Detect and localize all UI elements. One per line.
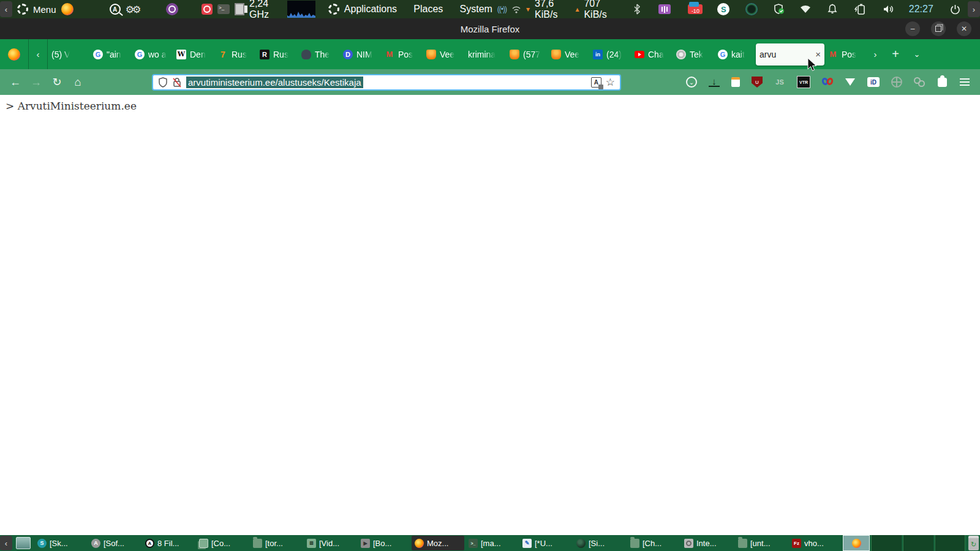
downloads-icon[interactable]: ↓ — [709, 77, 720, 87]
broadcast-icon[interactable]: ((•)) — [497, 2, 507, 16]
url-text-selected[interactable]: arvutiministeerium.ee/alustuseks/Kestika… — [186, 77, 363, 88]
taskbar-item[interactable]: ▧[Vid... — [304, 536, 356, 550]
distro-logo-icon[interactable] — [17, 4, 28, 15]
tab[interactable]: Gkait — [714, 43, 756, 66]
bluetooth-icon[interactable] — [633, 2, 641, 16]
panel-hide-left-button[interactable]: ‹ — [0, 1, 12, 17]
forward-button[interactable]: → — [26, 76, 47, 89]
tab[interactable]: RRus — [256, 43, 298, 66]
temperature-badge[interactable]: -10 — [688, 4, 703, 14]
tab[interactable]: Tek — [673, 43, 714, 66]
tab[interactable]: G"ain — [89, 43, 131, 66]
firefox-launcher-icon[interactable] — [61, 3, 74, 15]
bookmark-star-icon[interactable]: ☆ — [606, 76, 615, 89]
insecure-lock-icon[interactable] — [172, 77, 182, 88]
cpu-history-graph[interactable] — [287, 1, 315, 18]
ublock-origin-icon[interactable]: U — [752, 77, 763, 88]
taskbar-item-active[interactable]: Moz... — [412, 536, 464, 550]
equalizer-icon[interactable] — [658, 4, 671, 14]
tab[interactable]: (5) V — [48, 43, 89, 66]
panel-expand-right-button[interactable]: › — [968, 1, 980, 17]
taskbar-item[interactable]: [Ch... — [627, 536, 680, 550]
taskbar-item[interactable]: ▶[Bo... — [358, 536, 410, 550]
tab[interactable]: Gwo a — [131, 43, 173, 66]
taskbar-item[interactable]: ✎[*U... — [519, 536, 572, 550]
power-icon[interactable] — [950, 2, 960, 16]
scroll-tabs-right-button[interactable]: › — [866, 49, 884, 59]
camera-lens-icon[interactable] — [745, 3, 758, 15]
tab[interactable]: DNIM — [339, 43, 381, 66]
battery-icon[interactable] — [854, 2, 867, 16]
taskbar-item[interactable]: [Co... — [196, 536, 249, 550]
wifi-signal-icon[interactable] — [511, 2, 521, 16]
scroll-tabs-left-button[interactable]: ‹ — [29, 49, 47, 59]
notes-icon[interactable] — [731, 77, 740, 87]
link-rings-icon[interactable] — [822, 77, 833, 88]
pocket-icon[interactable]: ⌄ — [686, 77, 697, 88]
notifications-bell-icon[interactable] — [827, 2, 837, 16]
taskbar-item[interactable]: [Si... — [573, 536, 626, 550]
taskbar-item[interactable]: >_[ma... — [466, 536, 518, 550]
close-button[interactable]: ✕ — [957, 21, 971, 36]
tab[interactable]: Vee — [423, 43, 464, 66]
workspace-cell[interactable] — [903, 535, 933, 551]
extensions-puzzle-icon[interactable] — [937, 77, 948, 88]
applications-menu[interactable]: Applications — [344, 4, 397, 15]
workspace-cell[interactable] — [935, 535, 965, 551]
taskbar-item[interactable]: [unt... — [735, 536, 788, 550]
clock[interactable]: 22:27 — [909, 4, 933, 15]
list-all-tabs-button[interactable]: ⌄ — [907, 50, 927, 59]
system-menu[interactable]: System — [460, 4, 492, 15]
taskbar-item[interactable]: S[Sk... — [34, 536, 87, 550]
tab[interactable]: krimina — [464, 43, 506, 66]
tab[interactable]: Vee — [548, 43, 589, 66]
terminal-launcher-icon[interactable]: >_ — [217, 4, 230, 14]
screen-recorder-icon[interactable] — [202, 4, 213, 15]
globe-icon[interactable] — [891, 77, 902, 88]
places-menu[interactable]: Places — [413, 4, 443, 15]
taskbar-item[interactable]: A8 Fil... — [142, 536, 195, 550]
translate-page-icon[interactable]: A — [591, 77, 601, 88]
tracking-shield-icon[interactable] — [158, 77, 168, 88]
back-button[interactable]: ← — [5, 76, 26, 89]
show-desktop-button[interactable] — [16, 537, 31, 549]
minimize-button[interactable]: – — [905, 21, 920, 36]
settings-gears-icon[interactable]: ⚙⚙ — [126, 2, 140, 16]
screen-magnifier-icon[interactable]: A — [110, 4, 121, 15]
taskbar-item[interactable]: [tor... — [250, 536, 303, 550]
tab[interactable]: WDen — [173, 43, 214, 66]
tab[interactable]: The — [298, 43, 339, 66]
maximize-button[interactable] — [931, 21, 946, 36]
firefox-launcher-highlighted[interactable] — [843, 535, 870, 551]
volume-icon[interactable] — [883, 2, 894, 16]
tab[interactable]: Cha — [631, 43, 673, 66]
js-toggle-icon[interactable]: JS — [774, 77, 785, 88]
tab[interactable]: MPos — [381, 43, 423, 66]
tab[interactable]: (577 — [506, 43, 548, 66]
wifi-status-icon[interactable] — [800, 2, 811, 16]
taskbar-item[interactable]: Fzvho... — [789, 536, 842, 550]
window-titlebar[interactable]: Mozilla Firefox – ✕ — [0, 18, 980, 39]
cpu-chip-icon[interactable] — [235, 3, 244, 15]
workspace-cell[interactable] — [871, 535, 902, 551]
home-button[interactable]: ⌂ — [67, 76, 88, 89]
proxy-rings-icon[interactable] — [914, 77, 925, 88]
taskbar-item[interactable]: Inte... — [681, 536, 734, 550]
tor-browser-icon[interactable] — [166, 3, 178, 15]
menu-hamburger-icon[interactable] — [959, 77, 970, 88]
trash-icon[interactable]: ↻ — [968, 536, 979, 550]
tab[interactable]: MPos — [824, 43, 866, 66]
taskbar-item[interactable]: A[Sof... — [88, 536, 141, 550]
skype-icon[interactable]: S — [717, 3, 729, 15]
url-bar[interactable]: arvutiministeerium.ee/alustuseks/Kestika… — [152, 74, 621, 91]
applications-menu-icon[interactable] — [328, 4, 339, 15]
shield-check-icon[interactable] — [774, 2, 785, 16]
download-triangle-icon[interactable] — [845, 77, 856, 88]
tab[interactable]: 7Rus — [214, 43, 256, 66]
id-token-icon[interactable]: iD — [867, 77, 880, 87]
new-tab-button[interactable]: + — [884, 47, 907, 61]
taskbar-hide-left-button[interactable]: ‹ — [0, 536, 12, 550]
reload-button[interactable]: ↻ — [47, 75, 67, 89]
vtr-extension-icon[interactable]: VTR — [797, 76, 810, 88]
tab[interactable]: in(24) — [589, 43, 631, 66]
